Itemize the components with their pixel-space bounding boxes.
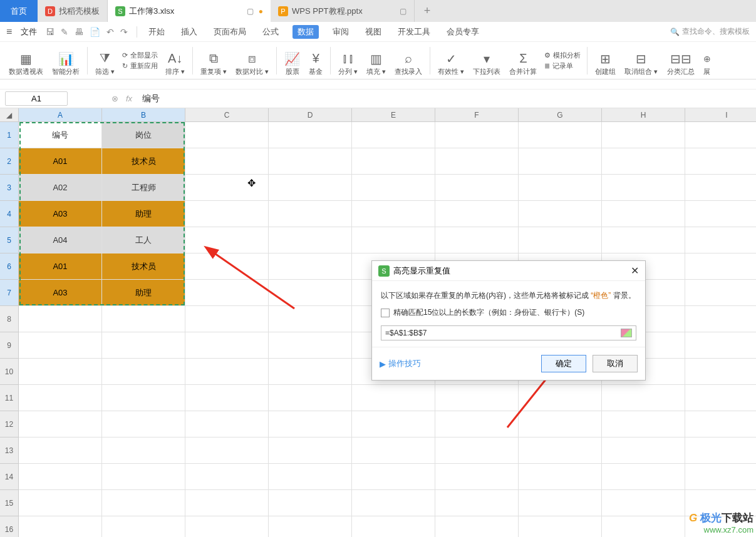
col-head-b[interactable]: B bbox=[102, 108, 185, 122]
col-head-a[interactable]: A bbox=[19, 108, 102, 122]
menu-tab-formula[interactable]: 公式 bbox=[260, 25, 281, 39]
cell[interactable]: 编号 bbox=[19, 122, 102, 148]
cell[interactable] bbox=[685, 280, 756, 306]
cell[interactable] bbox=[269, 148, 352, 175]
cell[interactable] bbox=[685, 253, 756, 280]
cell[interactable]: 工程师 bbox=[102, 175, 185, 201]
cell[interactable] bbox=[602, 516, 685, 537]
cell[interactable]: 岗位 bbox=[102, 122, 185, 148]
tips-link[interactable]: ▶ 操作技巧 bbox=[380, 358, 421, 369]
row-head[interactable]: 14 bbox=[0, 464, 19, 490]
col-head-d[interactable]: D bbox=[269, 108, 352, 122]
cell[interactable] bbox=[19, 359, 102, 385]
undo-icon[interactable]: ↶ bbox=[106, 27, 114, 37]
col-head-i[interactable]: I bbox=[685, 108, 756, 122]
cell[interactable] bbox=[685, 201, 756, 227]
cell[interactable] bbox=[435, 227, 519, 253]
select-all-corner[interactable]: ◢ bbox=[0, 108, 19, 122]
cell[interactable] bbox=[19, 437, 102, 464]
cell[interactable] bbox=[352, 122, 435, 148]
cell[interactable] bbox=[435, 175, 519, 201]
cancel-button[interactable]: 取消 bbox=[593, 355, 638, 372]
cell[interactable] bbox=[269, 201, 352, 227]
ribbon-compare[interactable]: ⧈数据对比 ▾ bbox=[232, 43, 272, 79]
cell[interactable] bbox=[685, 464, 756, 490]
cell[interactable]: 工人 bbox=[102, 227, 185, 253]
cell[interactable] bbox=[352, 175, 435, 201]
row-head[interactable]: 7 bbox=[0, 280, 19, 306]
cell[interactable] bbox=[685, 437, 756, 464]
cell[interactable]: A01 bbox=[19, 253, 102, 280]
cell[interactable] bbox=[352, 201, 435, 227]
tab-template[interactable]: D 找稻壳模板 bbox=[38, 0, 108, 22]
cell[interactable]: A01 bbox=[19, 148, 102, 175]
cell[interactable] bbox=[352, 411, 435, 437]
cell[interactable] bbox=[519, 464, 602, 490]
cell[interactable] bbox=[269, 490, 352, 516]
menu-tab-insert[interactable]: 插入 bbox=[179, 25, 200, 39]
new-tab-button[interactable]: + bbox=[415, 4, 440, 18]
cell[interactable] bbox=[435, 437, 519, 464]
col-head-f[interactable]: F bbox=[435, 108, 519, 122]
ribbon-dup[interactable]: ⧉重复项 ▾ bbox=[197, 43, 230, 79]
cell[interactable] bbox=[19, 464, 102, 490]
cell[interactable] bbox=[102, 464, 185, 490]
menu-tab-layout[interactable]: 页面布局 bbox=[211, 25, 249, 39]
cell[interactable] bbox=[269, 516, 352, 537]
row-head[interactable]: 6 bbox=[0, 253, 19, 280]
menu-tab-start[interactable]: 开始 bbox=[146, 25, 167, 39]
row-head[interactable]: 4 bbox=[0, 201, 19, 227]
cell[interactable] bbox=[269, 385, 352, 411]
cell[interactable] bbox=[352, 464, 435, 490]
cell[interactable] bbox=[102, 437, 185, 464]
ribbon-fill[interactable]: ▥填充 ▾ bbox=[363, 43, 390, 79]
cell[interactable] bbox=[435, 148, 519, 175]
cell[interactable] bbox=[102, 490, 185, 516]
row-head[interactable]: 16 bbox=[0, 516, 19, 537]
cell[interactable] bbox=[602, 227, 685, 253]
menu-tab-view[interactable]: 视图 bbox=[363, 25, 384, 39]
cell[interactable] bbox=[185, 175, 269, 201]
ribbon-find[interactable]: ⌕查找录入 bbox=[391, 43, 426, 79]
tab-ppt[interactable]: P WPS PPT教程.pptx ▢ bbox=[271, 0, 415, 22]
cell[interactable] bbox=[352, 385, 435, 411]
cell[interactable] bbox=[185, 359, 269, 385]
cell[interactable] bbox=[685, 122, 756, 148]
cell[interactable] bbox=[19, 385, 102, 411]
cell[interactable] bbox=[185, 490, 269, 516]
name-box[interactable]: A1 bbox=[5, 91, 68, 106]
ribbon-valid[interactable]: ✓有效性 ▾ bbox=[434, 43, 468, 79]
row-head[interactable]: 3 bbox=[0, 175, 19, 201]
cell[interactable]: A03 bbox=[19, 280, 102, 306]
close-icon[interactable]: ✕ bbox=[631, 265, 639, 277]
cell[interactable] bbox=[185, 201, 269, 227]
cell[interactable] bbox=[19, 490, 102, 516]
cell[interactable] bbox=[602, 122, 685, 148]
cell[interactable] bbox=[185, 516, 269, 537]
save-icon[interactable]: 🖫 bbox=[46, 27, 54, 37]
cell[interactable] bbox=[102, 332, 185, 359]
ribbon-ungroup[interactable]: ⊟取消组合 ▾ bbox=[621, 43, 661, 79]
cell[interactable] bbox=[352, 148, 435, 175]
cell[interactable] bbox=[352, 490, 435, 516]
ribbon-reapply[interactable]: ↻重新应用 bbox=[122, 61, 158, 71]
ribbon-fund[interactable]: ¥基金 bbox=[305, 43, 326, 79]
ribbon-split[interactable]: ⫿⫿分列 ▾ bbox=[334, 43, 361, 79]
cell[interactable] bbox=[269, 122, 352, 148]
row-head[interactable]: 12 bbox=[0, 411, 19, 437]
cell[interactable] bbox=[185, 122, 269, 148]
cell[interactable] bbox=[435, 464, 519, 490]
cell[interactable] bbox=[185, 332, 269, 359]
col-head-h[interactable]: H bbox=[602, 108, 685, 122]
cell[interactable] bbox=[185, 148, 269, 175]
cell[interactable] bbox=[269, 175, 352, 201]
col-head-g[interactable]: G bbox=[519, 108, 602, 122]
ribbon-dropdown[interactable]: ▾下拉列表 bbox=[469, 43, 504, 79]
cell[interactable] bbox=[102, 516, 185, 537]
ribbon-groupnew[interactable]: ⊞创建组 bbox=[591, 43, 619, 79]
cell[interactable] bbox=[269, 332, 352, 359]
cell[interactable] bbox=[685, 385, 756, 411]
cell[interactable] bbox=[685, 332, 756, 359]
cell[interactable] bbox=[185, 385, 269, 411]
redo-icon[interactable]: ↷ bbox=[120, 27, 128, 37]
